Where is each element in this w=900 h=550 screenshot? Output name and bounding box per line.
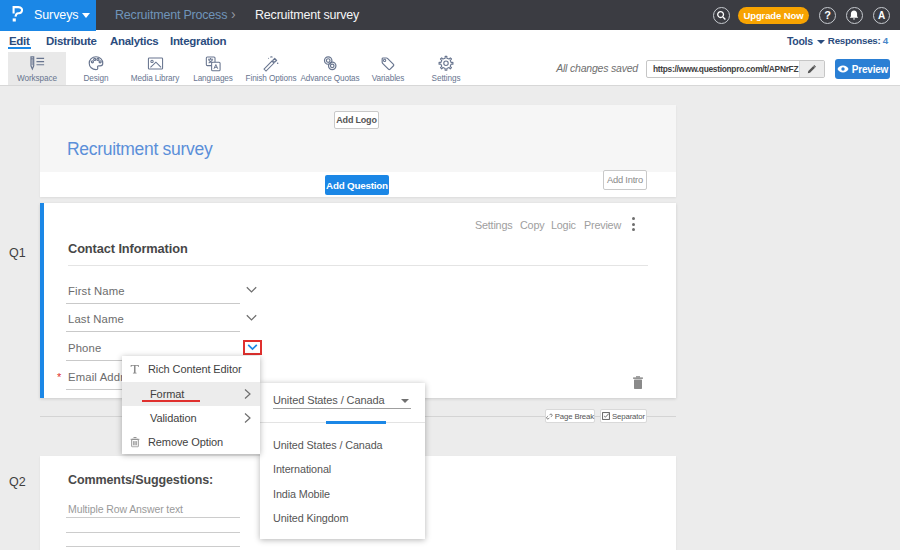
field-label-phone[interactable]: Phone <box>68 342 101 354</box>
annotation-highlight-box <box>243 340 262 355</box>
eye-icon <box>837 65 849 73</box>
questionpro-logo-icon <box>12 6 23 22</box>
gear-icon <box>437 55 455 72</box>
text-editor-icon <box>130 364 140 374</box>
toolbar-item-media-library[interactable]: Media Library <box>125 52 185 85</box>
submenu-arrow-icon <box>244 413 251 424</box>
responses-label: Responses: <box>828 35 881 46</box>
answer-placeholder: Multiple Row Answer text <box>68 503 183 515</box>
menu-item-remove-option[interactable]: Remove Option <box>122 430 260 454</box>
toolbar-item-workspace[interactable]: Workspace <box>8 52 66 85</box>
bell-icon <box>849 10 859 21</box>
add-intro-button[interactable]: Add Intro <box>603 170 647 190</box>
format-select[interactable]: United States / Canada <box>273 394 411 406</box>
toolbar-item-variables[interactable]: Variables <box>359 52 417 85</box>
surveys-menu[interactable]: Surveys <box>0 0 96 31</box>
responses-link[interactable]: Responses: 4 <box>828 31 888 51</box>
page-break-icon <box>546 412 553 421</box>
field-underline <box>66 303 240 304</box>
survey-url-box <box>646 60 825 78</box>
upgrade-now-button[interactable]: Upgrade Now <box>738 7 809 24</box>
toolbar-label: Finish Options <box>241 74 301 83</box>
survey-header-card: Add Logo Recruitment survey Add Question… <box>40 105 676 197</box>
add-logo-button[interactable]: Add Logo <box>334 111 379 129</box>
survey-url-input[interactable] <box>647 61 799 77</box>
search-icon <box>717 11 726 20</box>
notifications-button[interactable] <box>846 7 863 24</box>
preview-button[interactable]: Preview <box>835 59 890 79</box>
toolbar-item-advance-quotas[interactable]: Advance Quotas <box>299 52 361 85</box>
breadcrumb-folder[interactable]: Recruitment Process <box>115 0 227 30</box>
page-break-label: Page Break <box>555 412 594 421</box>
editor-toolbar: Workspace Design Media Library <box>0 52 900 86</box>
languages-icon <box>204 55 222 72</box>
select-underline <box>273 408 411 409</box>
menu-item-format[interactable]: Format <box>122 382 260 406</box>
menu-item-label: Rich Content Editor <box>148 363 241 375</box>
annotation-underline <box>142 400 200 403</box>
pencil-icon <box>807 64 817 74</box>
product-label: Surveys <box>34 0 78 30</box>
format-selected-value: United States / Canada <box>273 394 385 406</box>
field-dropdown-chevron[interactable] <box>244 286 259 295</box>
menu-item-rich-content-editor[interactable]: Rich Content Editor <box>122 356 260 382</box>
edit-url-button[interactable] <box>799 61 824 77</box>
tab-edit[interactable]: Edit <box>9 31 30 51</box>
trash-icon <box>130 437 140 448</box>
format-option-india-mobile[interactable]: India Mobile <box>273 488 330 500</box>
toolbar-label: Languages <box>184 74 242 83</box>
tab-analytics[interactable]: Analytics <box>110 31 158 51</box>
question-preview-action[interactable]: Preview <box>584 219 621 231</box>
format-option-united-kingdom[interactable]: United Kingdom <box>273 512 348 524</box>
account-avatar[interactable]: A <box>873 7 890 24</box>
separator-icon <box>602 412 610 420</box>
autosave-status: All changes saved <box>540 62 638 74</box>
toolbar-label: Design <box>67 74 125 83</box>
question-2-title[interactable]: Comments/Suggestions: <box>68 473 213 487</box>
workspace-icon <box>28 55 46 72</box>
help-button[interactable]: ? <box>819 7 836 24</box>
question-more-menu[interactable] <box>631 217 635 234</box>
toolbar-item-languages[interactable]: Languages <box>184 52 242 85</box>
question-logic-action[interactable]: Logic <box>551 219 576 231</box>
separator-button[interactable]: Separator <box>600 409 647 423</box>
field-underline <box>66 331 240 332</box>
question-mark-icon: ? <box>824 9 831 21</box>
question-copy-action[interactable]: Copy <box>520 219 544 231</box>
menu-item-validation[interactable]: Validation <box>122 406 260 430</box>
caret-down-icon <box>817 40 825 44</box>
tab-integration[interactable]: Integration <box>170 31 226 51</box>
question-settings-action[interactable]: Settings <box>475 219 512 231</box>
question-1-number: Q1 <box>9 246 26 260</box>
toolbar-item-settings[interactable]: Settings <box>417 52 475 85</box>
toolbar-item-finish-options[interactable]: Finish Options <box>241 52 301 85</box>
field-dropdown-chevron-active[interactable] <box>247 344 258 351</box>
required-asterisk: * <box>57 371 61 383</box>
search-button[interactable] <box>713 7 730 24</box>
add-question-button[interactable]: Add Question <box>325 175 389 195</box>
delete-question-icon[interactable] <box>632 376 644 389</box>
question-1-title[interactable]: Contact Information <box>68 241 188 256</box>
design-palette-icon <box>87 55 105 72</box>
page-break-button[interactable]: Page Break <box>545 409 595 423</box>
survey-title[interactable]: Recruitment survey <box>67 139 212 160</box>
format-option-us-canada[interactable]: United States / Canada <box>273 439 382 451</box>
breadcrumb-current: Recruitment survey <box>255 0 359 30</box>
answer-underline <box>66 517 240 518</box>
toolbar-label: Settings <box>417 74 475 83</box>
field-label-last-name[interactable]: Last Name <box>68 313 124 325</box>
question-1-divider <box>68 265 648 266</box>
avatar-letter: A <box>878 10 885 21</box>
media-library-icon <box>146 55 165 72</box>
toolbar-label: Workspace <box>8 74 66 83</box>
field-label-first-name[interactable]: First Name <box>68 285 125 297</box>
tools-menu[interactable]: Tools <box>787 31 825 51</box>
option-context-menu: Rich Content Editor Format Validation Re… <box>122 356 260 454</box>
format-option-international[interactable]: International <box>273 463 331 475</box>
magic-wand-icon <box>262 55 280 72</box>
tag-icon <box>379 55 397 72</box>
menu-item-label: Remove Option <box>148 436 223 448</box>
tab-distribute[interactable]: Distribute <box>46 31 97 51</box>
field-dropdown-chevron[interactable] <box>244 314 259 323</box>
toolbar-item-design[interactable]: Design <box>67 52 125 85</box>
